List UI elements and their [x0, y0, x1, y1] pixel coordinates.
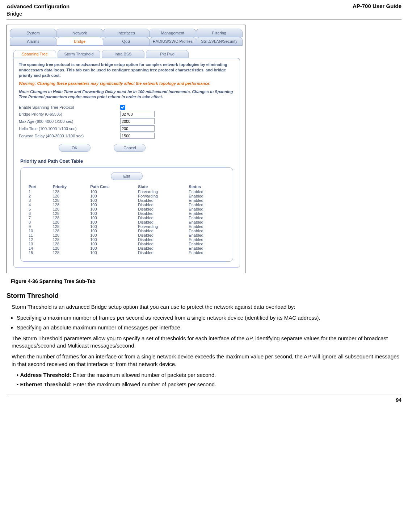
- col-port: Port: [27, 184, 51, 190]
- storm-bullet-list: Specifying a maximum number of frames pe…: [17, 314, 401, 331]
- hello-time-input[interactable]: [120, 125, 155, 132]
- table-cell: Disabled: [136, 207, 187, 211]
- table-cell: 128: [51, 229, 89, 233]
- bridge-priority-input[interactable]: [120, 111, 155, 117]
- tab-interfaces[interactable]: Interfaces: [103, 29, 150, 37]
- forward-delay-input[interactable]: [120, 133, 155, 139]
- table-cell: Disabled: [136, 220, 187, 224]
- table-cell: Enabled: [187, 216, 226, 220]
- section-heading-storm-threshold: Storm Threshold: [7, 292, 401, 300]
- table-cell: 128: [51, 237, 89, 242]
- table-cell: 128: [51, 233, 89, 237]
- table-cell: 8: [27, 220, 51, 224]
- spanning-tree-panel: The spanning tree protocol is an advance…: [13, 58, 240, 268]
- bridge-priority-label: Bridge Priority (0-65535): [19, 112, 120, 116]
- tab-bridge[interactable]: Bridge: [56, 37, 103, 46]
- table-cell: 100: [89, 194, 136, 198]
- table-cell: Enabled: [187, 224, 226, 229]
- cancel-button[interactable]: Cancel: [114, 144, 146, 152]
- table-cell: Disabled: [136, 211, 187, 216]
- bullet-max-frames: Specifying a maximum number of frames pe…: [17, 314, 401, 321]
- table-cell: 128: [51, 220, 89, 224]
- table-cell: Enabled: [187, 190, 226, 194]
- ethernet-threshold-text: Enter the maximum allowed number of pack…: [72, 381, 216, 387]
- path-cost-table-wrap: Edit Port Priority Path Cost State Statu…: [20, 167, 233, 262]
- sub-tabs: Spanning Tree Storm Threshold Intra BSS …: [13, 50, 242, 58]
- table-cell: 100: [89, 229, 136, 233]
- header-left: Advanced Configuration Bridge: [7, 3, 70, 17]
- row-enable-stp: Enable Spanning Tree Protocol: [19, 105, 235, 110]
- table-cell: Enabled: [187, 233, 226, 237]
- header-right: AP-700 User Guide: [353, 3, 401, 9]
- col-path-cost: Path Cost: [89, 184, 136, 190]
- tab-qos[interactable]: QoS: [103, 37, 150, 46]
- table-cell: 1: [27, 190, 51, 194]
- tab-ssid-vlan-security[interactable]: SSID/VLAN/Security: [196, 37, 243, 46]
- table-cell: 100: [89, 233, 136, 237]
- edit-button[interactable]: Edit: [111, 172, 143, 180]
- tab-system[interactable]: System: [10, 29, 56, 37]
- ethernet-threshold-label: Ethernet Threshold:: [20, 381, 72, 387]
- table-cell: Enabled: [187, 203, 226, 207]
- subtab-intra-bss[interactable]: Intra BSS: [102, 50, 144, 58]
- table-cell: 14: [27, 246, 51, 250]
- table-cell: 100: [89, 198, 136, 203]
- max-age-input[interactable]: [120, 118, 155, 124]
- note-text: Note: Changes to Hello Time and Forwardi…: [19, 89, 235, 100]
- table-cell: 100: [89, 216, 136, 220]
- table-cell: Disabled: [136, 203, 187, 207]
- table-cell: 7: [27, 216, 51, 220]
- threshold-list: Address Threshold: Enter the maximum all…: [17, 371, 401, 388]
- figure-caption: Figure 4-36 Spanning Tree Sub-Tab: [11, 278, 401, 284]
- table-cell: Forwarding: [136, 190, 187, 194]
- row-max-age: Max Age (600-4000 1/100 sec): [19, 118, 235, 124]
- table-cell: 100: [89, 211, 136, 216]
- ok-button[interactable]: OK: [59, 144, 91, 152]
- header-title: Advanced Configuration: [7, 3, 70, 10]
- tab-management[interactable]: Management: [149, 29, 196, 37]
- table-row: 6128100DisabledEnabled: [27, 211, 226, 216]
- tab-network[interactable]: Network: [56, 29, 103, 37]
- table-cell: Forwarding: [136, 224, 187, 229]
- table-cell: 100: [89, 250, 136, 255]
- table-cell: Disabled: [136, 198, 187, 203]
- table-cell: 2: [27, 194, 51, 198]
- subtab-pkt-fwd[interactable]: Pkt Fwd: [146, 50, 189, 58]
- subtab-spanning-tree[interactable]: Spanning Tree: [13, 50, 56, 58]
- tab-radius-swc-profiles[interactable]: RADIUS/SWC Profiles: [149, 37, 196, 46]
- table-cell: 6: [27, 211, 51, 216]
- screenshot-frame: System Network Interfaces Management Fil…: [7, 25, 245, 273]
- table-cell: Enabled: [187, 207, 226, 211]
- storm-p3: When the number of frames for an interfa…: [12, 353, 401, 368]
- path-cost-table-title: Priority and Path Cost Table: [20, 158, 235, 164]
- table-row: 7128100DisabledEnabled: [27, 216, 226, 220]
- table-cell: Enabled: [187, 194, 226, 198]
- edit-button-row: Edit: [27, 172, 226, 180]
- bullet-max-messages: Specifying an absolute maximum number of…: [17, 324, 401, 331]
- table-row: 9128100ForwardingEnabled: [27, 224, 226, 229]
- table-row: 14128100DisabledEnabled: [27, 246, 226, 250]
- table-cell: 5: [27, 207, 51, 211]
- tab-filtering[interactable]: Filtering: [196, 29, 243, 37]
- table-cell: Enabled: [187, 220, 226, 224]
- enable-stp-checkbox[interactable]: [120, 105, 125, 110]
- table-cell: Disabled: [136, 216, 187, 220]
- table-cell: 12: [27, 237, 51, 242]
- table-row: 11128100DisabledEnabled: [27, 233, 226, 237]
- col-status: Status: [187, 184, 226, 190]
- row-bridge-priority: Bridge Priority (0-65535): [19, 111, 235, 117]
- subtab-storm-threshold[interactable]: Storm Threshold: [58, 50, 100, 58]
- table-row: 15128100DisabledEnabled: [27, 250, 226, 255]
- ethernet-threshold-item: Ethernet Threshold: Enter the maximum al…: [17, 381, 401, 388]
- table-cell: 100: [89, 190, 136, 194]
- table-row: 5128100DisabledEnabled: [27, 207, 226, 211]
- table-cell: 9: [27, 224, 51, 229]
- table-cell: Forwarding: [136, 194, 187, 198]
- table-cell: 100: [89, 207, 136, 211]
- table-cell: Disabled: [136, 246, 187, 250]
- col-priority: Priority: [51, 184, 89, 190]
- table-row: 2128100ForwardingEnabled: [27, 194, 226, 198]
- table-cell: 128: [51, 194, 89, 198]
- page-number: 94: [396, 397, 401, 403]
- tab-alarms[interactable]: Alarms: [10, 37, 56, 46]
